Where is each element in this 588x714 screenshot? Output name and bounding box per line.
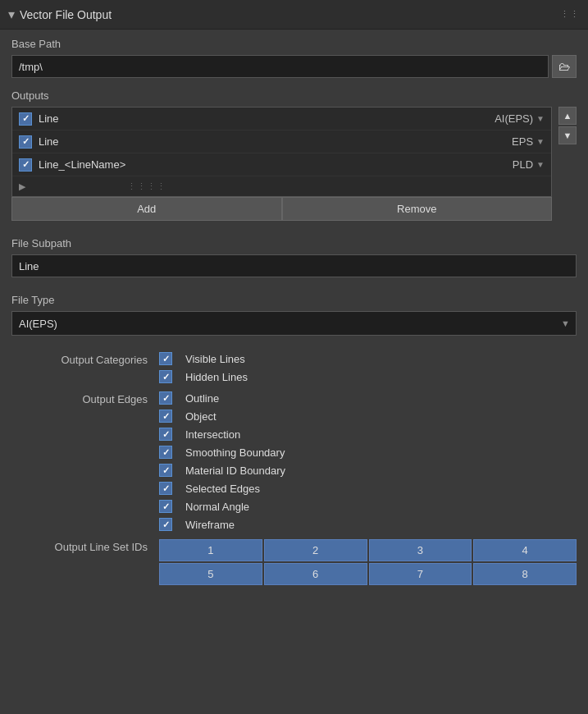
add-button[interactable]: Add (11, 197, 282, 221)
check-icon: ✓ (162, 354, 170, 364)
normal-angle-label: Normal Angle (185, 501, 249, 513)
base-path-row: 🗁 (11, 55, 577, 78)
material-id-boundary-item: ✓ Material ID Boundary (159, 464, 577, 477)
collapse-icon[interactable]: ▾ (8, 7, 15, 22)
drag-handle-icon[interactable]: ⋮⋮⋮⋮ (127, 181, 166, 192)
output-categories-label: Output Categories (11, 352, 159, 366)
output-line-set-ids-label: Output Line Set IDs (11, 539, 159, 553)
smoothing-boundary-label: Smoothing Boundary (185, 446, 285, 459)
material-id-boundary-checkbox[interactable]: ✓ (159, 464, 172, 477)
remove-button[interactable]: Remove (282, 197, 553, 221)
smoothing-boundary-checkbox[interactable]: ✓ (159, 446, 172, 459)
check-icon: ✓ (22, 136, 30, 147)
form-grid: Output Categories ✓ Visible Lines ✓ Hidd… (0, 344, 588, 593)
folder-icon: 🗁 (558, 60, 570, 73)
wireframe-checkbox[interactable]: ✓ (159, 518, 172, 531)
outputs-container: ✓ Line AI(EPS) ▼ ✓ Line EPS ▼ (11, 107, 577, 221)
file-subpath-input[interactable] (11, 254, 577, 277)
move-up-button[interactable]: ▲ (558, 107, 577, 125)
panel-options-icon[interactable]: ⋮⋮ (560, 9, 580, 20)
output-edges-label: Output Edges (11, 391, 159, 405)
panel-title: Vector File Output (20, 8, 112, 21)
outputs-label: Outputs (11, 89, 577, 102)
check-icon: ✓ (22, 113, 30, 124)
object-label: Object (185, 410, 217, 423)
output-3-name: Line_<LineName> (39, 158, 513, 171)
intersection-label: Intersection (185, 428, 240, 441)
selected-edges-checkbox[interactable]: ✓ (159, 482, 172, 495)
file-type-select-wrapper: AI(EPS) EPS PLD SVG ▼ (11, 311, 577, 336)
check-icon: ✓ (162, 501, 170, 512)
panel-header: ▾ Vector File Output ⋮⋮ (0, 0, 588, 30)
line-id-1[interactable]: 1 (159, 539, 262, 561)
line-id-5[interactable]: 5 (159, 563, 262, 585)
base-path-section: Base Path 🗁 (0, 30, 588, 86)
output-1-format: AI(EPS) (495, 112, 533, 125)
selected-edges-item: ✓ Selected Edges (159, 482, 577, 495)
vector-file-output-panel: ▾ Vector File Output ⋮⋮ Base Path 🗁 Outp… (0, 0, 588, 593)
line-ids-grid-row1: 1 2 3 4 (159, 539, 577, 561)
check-icon: ✓ (162, 429, 170, 440)
output-1-checkbox[interactable]: ✓ (19, 112, 32, 126)
intersection-checkbox[interactable]: ✓ (159, 428, 172, 441)
output-1-dropdown-icon[interactable]: ▼ (536, 114, 545, 123)
visible-lines-label: Visible Lines (185, 353, 245, 365)
folder-button[interactable]: 🗁 (552, 55, 577, 78)
file-type-select[interactable]: AI(EPS) EPS PLD SVG (11, 311, 577, 336)
outline-checkbox[interactable]: ✓ (159, 391, 172, 405)
line-id-4[interactable]: 4 (473, 539, 577, 561)
outputs-expand-row: ▶ ⋮⋮⋮⋮ (12, 176, 551, 196)
check-icon: ✓ (22, 159, 30, 170)
output-3-dropdown-icon[interactable]: ▼ (536, 160, 545, 169)
wireframe-item: ✓ Wireframe (159, 518, 577, 531)
output-row: ✓ Line EPS ▼ (12, 130, 551, 153)
outline-item: ✓ Outline (159, 391, 577, 405)
base-path-label: Base Path (11, 38, 577, 50)
output-1-name: Line (39, 112, 495, 125)
expand-icon[interactable]: ▶ (19, 181, 25, 192)
normal-angle-checkbox[interactable]: ✓ (159, 500, 172, 513)
smoothing-boundary-item: ✓ Smoothing Boundary (159, 446, 577, 459)
outputs-arrows: ▲ ▼ (558, 107, 577, 144)
check-icon: ✓ (162, 393, 170, 404)
object-checkbox[interactable]: ✓ (159, 410, 172, 423)
output-3-format: PLD (513, 158, 533, 171)
check-icon: ✓ (162, 372, 170, 382)
line-id-6[interactable]: 6 (264, 563, 367, 585)
output-categories-list: ✓ Visible Lines ✓ Hidden Lines (159, 352, 577, 383)
base-path-input[interactable] (11, 55, 549, 78)
line-id-7[interactable]: 7 (369, 563, 472, 585)
check-icon: ✓ (162, 465, 170, 476)
line-ids-grid-row2: 5 6 7 8 (159, 563, 577, 585)
normal-angle-item: ✓ Normal Angle (159, 500, 577, 513)
visible-lines-checkbox[interactable]: ✓ (159, 352, 172, 365)
check-icon: ✓ (162, 519, 170, 530)
move-down-button[interactable]: ▼ (558, 126, 577, 144)
output-row: ✓ Line_<LineName> PLD ▼ (12, 153, 551, 176)
line-id-8[interactable]: 8 (473, 563, 577, 585)
output-2-format: EPS (512, 135, 533, 148)
hidden-lines-item: ✓ Hidden Lines (159, 370, 577, 383)
intersection-item: ✓ Intersection (159, 428, 577, 441)
check-icon: ✓ (162, 447, 170, 458)
output-2-name: Line (39, 135, 512, 148)
line-id-3[interactable]: 3 (369, 539, 472, 561)
hidden-lines-label: Hidden Lines (185, 371, 248, 383)
panel-header-left: ▾ Vector File Output (8, 7, 112, 22)
file-subpath-section: File Subpath (0, 229, 588, 286)
output-3-checkbox[interactable]: ✓ (19, 158, 32, 172)
outputs-list-wrapper: ✓ Line AI(EPS) ▼ ✓ Line EPS ▼ (11, 107, 552, 221)
outputs-btn-row: Add Remove (11, 197, 552, 221)
output-2-checkbox[interactable]: ✓ (19, 135, 32, 149)
selected-edges-label: Selected Edges (185, 483, 260, 495)
hidden-lines-checkbox[interactable]: ✓ (159, 370, 172, 383)
wireframe-label: Wireframe (185, 519, 235, 531)
visible-lines-item: ✓ Visible Lines (159, 352, 577, 365)
output-2-dropdown-icon[interactable]: ▼ (536, 137, 545, 146)
outputs-list: ✓ Line AI(EPS) ▼ ✓ Line EPS ▼ (11, 107, 552, 197)
line-id-2[interactable]: 2 (264, 539, 367, 561)
check-icon: ✓ (162, 411, 170, 422)
file-type-section: File Type AI(EPS) EPS PLD SVG ▼ (0, 286, 588, 344)
output-row: ✓ Line AI(EPS) ▼ (12, 108, 551, 130)
check-icon: ✓ (162, 483, 170, 494)
